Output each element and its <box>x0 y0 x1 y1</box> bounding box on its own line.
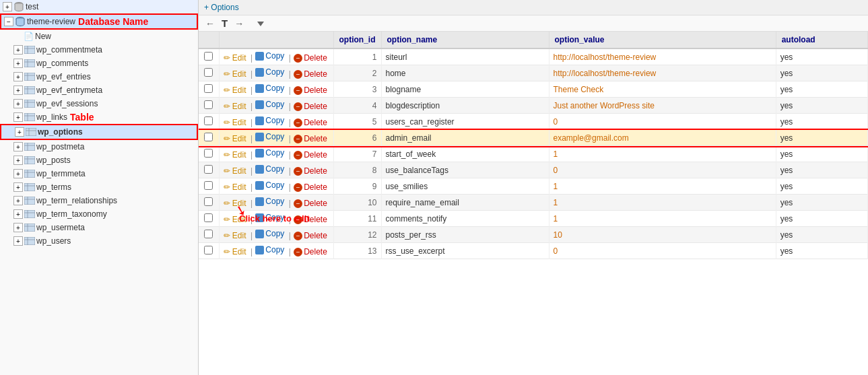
th-option-name[interactable]: option_name <box>381 32 549 48</box>
filter-dropdown[interactable] <box>255 19 264 28</box>
edit-button[interactable]: ✏ Edit <box>224 247 248 257</box>
edit-button[interactable]: ✏ Edit <box>224 215 248 224</box>
row-checkbox[interactable] <box>204 116 213 125</box>
th-option-value[interactable]: option_value <box>549 32 776 48</box>
copy-button[interactable]: Copy <box>255 148 284 158</box>
sidebar-item-wp-usermeta[interactable]: + wp_usermeta <box>0 221 198 234</box>
row-checkbox[interactable] <box>204 84 213 93</box>
edit-button[interactable]: ✏ Edit <box>224 102 248 111</box>
row-checkbox[interactable] <box>204 52 213 61</box>
copy-button[interactable]: Copy <box>255 180 284 190</box>
sidebar-item-wp-terms[interactable]: + wp_terms <box>0 180 198 194</box>
table-icon-wp-comments <box>24 58 35 69</box>
edit-button[interactable]: ✏ Edit <box>224 69 248 79</box>
pencil-icon: ✏ <box>224 86 230 95</box>
delete-button[interactable]: − Delete <box>294 247 327 257</box>
copy-button[interactable]: Copy <box>255 197 284 206</box>
table-icon-wp-commentmeta <box>24 44 35 55</box>
row-checkbox[interactable] <box>204 246 213 254</box>
expand-wp-options[interactable]: + <box>15 127 24 137</box>
sidebar-item-wp-evf-sessions[interactable]: + wp_evf_sessions <box>0 97 198 110</box>
copy-button[interactable]: Copy <box>255 213 284 222</box>
delete-button[interactable]: − Delete <box>294 53 327 63</box>
sidebar-item-test[interactable]: + test <box>0 0 198 13</box>
copy-button[interactable]: Copy <box>255 132 284 141</box>
sidebar-item-theme-review[interactable]: − theme-review Database Name <box>0 13 198 30</box>
th-option-id[interactable]: option_id <box>333 32 381 48</box>
edit-button[interactable]: ✏ Edit <box>224 118 248 127</box>
nav-left-arrow[interactable]: ← <box>204 18 216 29</box>
copy-button[interactable]: Copy <box>255 245 284 254</box>
expand-wp-comments[interactable]: + <box>13 59 23 68</box>
sidebar-item-wp-termmeta[interactable]: + wp_termmeta <box>0 167 198 180</box>
sidebar-item-label-wp-term-relationships: wp_term_relationships <box>36 196 117 205</box>
row-checkbox[interactable] <box>204 197 213 206</box>
expand-wp-evf-sessions[interactable]: + <box>13 99 23 108</box>
copy-button[interactable]: Copy <box>255 100 284 109</box>
delete-button[interactable]: − Delete <box>294 231 327 240</box>
copy-button[interactable]: Copy <box>255 229 284 238</box>
sidebar-item-wp-comments[interactable]: + wp_comments <box>0 57 198 70</box>
copy-button[interactable]: Copy <box>255 51 284 61</box>
expand-wp-term-taxonomy[interactable]: + <box>13 209 23 219</box>
expand-wp-evf-entrymeta[interactable]: + <box>13 86 23 95</box>
sidebar-item-wp-evf-entries[interactable]: + wp_evf_entries <box>0 70 198 83</box>
row-checkbox[interactable] <box>204 100 213 109</box>
expand-wp-terms[interactable]: + <box>13 182 23 192</box>
copy-button[interactable]: Copy <box>255 116 284 125</box>
sidebar-item-wp-evf-entrymeta[interactable]: + wp_evf_entrymeta <box>0 83 198 97</box>
sidebar-item-wp-options[interactable]: + wp_options <box>0 124 198 140</box>
edit-button[interactable]: ✏ Edit <box>224 231 248 240</box>
edit-button[interactable]: ✏ Edit <box>224 53 248 63</box>
delete-button[interactable]: − Delete <box>294 199 327 208</box>
expand-theme-review[interactable]: − <box>4 17 13 26</box>
delete-button[interactable]: − Delete <box>294 69 327 79</box>
delete-button[interactable]: − Delete <box>294 102 327 111</box>
delete-button[interactable]: − Delete <box>294 166 327 176</box>
sidebar-item-new[interactable]: 📄 New <box>0 30 198 43</box>
copy-button[interactable]: Copy <box>255 83 284 93</box>
expand-wp-termmeta[interactable]: + <box>13 169 23 178</box>
expand-wp-term-relationships[interactable]: + <box>13 196 23 205</box>
table-icon-wp-usermeta <box>24 222 35 233</box>
sidebar-item-wp-commentmeta[interactable]: + wp_commentmeta <box>0 43 198 57</box>
sidebar-item-wp-term-relationships[interactable]: + wp_term_relationships <box>0 194 198 207</box>
edit-button[interactable]: ✏ Edit <box>224 86 248 95</box>
edit-button[interactable]: ✏ Edit <box>224 199 248 208</box>
row-checkbox[interactable] <box>204 133 213 141</box>
edit-button[interactable]: ✏ Edit <box>224 182 248 192</box>
th-autoload[interactable]: autoload <box>776 32 867 48</box>
expand-wp-evf-entries[interactable]: + <box>13 72 23 81</box>
delete-button[interactable]: − Delete <box>294 150 327 160</box>
delete-button[interactable]: − Delete <box>294 118 327 127</box>
expand-test[interactable]: + <box>3 2 12 11</box>
delete-button[interactable]: − Delete <box>294 182 327 192</box>
row-checkbox[interactable] <box>204 149 213 158</box>
expand-wp-links[interactable]: + <box>13 112 23 122</box>
sidebar-item-wp-posts[interactable]: + wp_posts <box>0 154 198 167</box>
delete-button[interactable]: − Delete <box>294 134 327 143</box>
row-checkbox[interactable] <box>204 68 213 77</box>
sidebar-item-wp-links[interactable]: + wp_links Table <box>0 110 198 124</box>
delete-button[interactable]: − Delete <box>294 86 327 95</box>
expand-wp-posts[interactable]: + <box>13 156 23 165</box>
nav-right-arrow[interactable]: → <box>233 18 245 29</box>
expand-wp-commentmeta[interactable]: + <box>13 45 23 55</box>
row-checkbox[interactable] <box>204 213 213 222</box>
sidebar-item-wp-users[interactable]: + wp_users <box>0 234 198 248</box>
edit-button[interactable]: ✏ Edit <box>224 166 248 176</box>
sidebar-item-wp-term-taxonomy[interactable]: + wp_term_taxonomy <box>0 207 198 221</box>
delete-button[interactable]: − Delete <box>294 215 327 224</box>
row-checkbox[interactable] <box>204 165 213 174</box>
expand-wp-postmeta[interactable]: + <box>13 142 23 151</box>
options-link[interactable]: + Options <box>204 3 239 12</box>
copy-button[interactable]: Copy <box>255 164 284 174</box>
expand-wp-usermeta[interactable]: + <box>13 223 23 232</box>
copy-button[interactable]: Copy <box>255 67 284 77</box>
row-checkbox[interactable] <box>204 181 213 190</box>
sidebar-item-wp-postmeta[interactable]: + wp_postmeta <box>0 140 198 154</box>
edit-button[interactable]: ✏ Edit <box>224 150 248 160</box>
row-checkbox[interactable] <box>204 230 213 238</box>
expand-wp-users[interactable]: + <box>13 236 23 246</box>
edit-button[interactable]: ✏ Edit <box>224 134 248 143</box>
